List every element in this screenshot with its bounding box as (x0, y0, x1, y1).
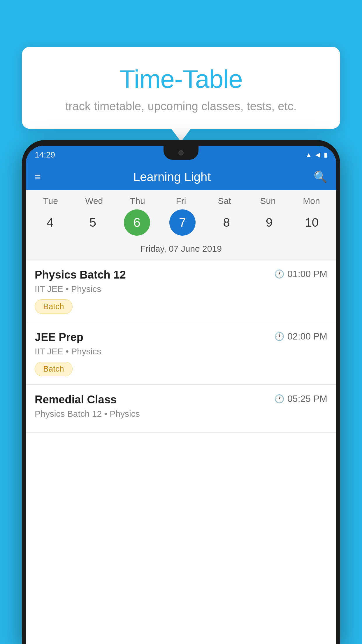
schedule-item-title: Physics Batch 12 (35, 269, 126, 281)
day-num-5[interactable]: 5 (81, 211, 104, 234)
status-bar: 14:29 ▲ ◀ ▮ (26, 146, 336, 164)
day-header-mon: Mon (294, 196, 329, 206)
schedule-item-subtitle: IIT JEE • Physics (35, 284, 327, 294)
day-num-4[interactable]: 4 (38, 211, 62, 234)
schedule-item-title: JEE Prep (35, 331, 83, 344)
schedule-item-header: JEE Prep🕐 02:00 PM (35, 331, 327, 344)
clock-icon: 🕐 (274, 332, 284, 341)
day-numbers: 45678910 (26, 209, 336, 242)
day-headers: TueWedThuFriSatSunMon (26, 196, 336, 209)
schedule-item-time: 🕐 02:00 PM (274, 331, 327, 342)
schedule-item-subtitle: IIT JEE • Physics (35, 346, 327, 356)
app-bar: ≡ Learning Light 🔍 (26, 164, 336, 190)
schedule-item-time: 🕐 01:00 PM (274, 269, 327, 279)
notch (164, 146, 198, 160)
batch-tag: Batch (35, 299, 73, 314)
day-header-tue: Tue (33, 196, 68, 206)
schedule-item-header: Remedial Class🕐 05:25 PM (35, 393, 327, 406)
schedule-item[interactable]: Physics Batch 12🕐 01:00 PMIIT JEE • Phys… (26, 260, 336, 322)
schedule-item-time: 🕐 05:25 PM (274, 393, 327, 404)
app-title: Learning Light (50, 170, 294, 184)
tooltip-title: Time-Table (39, 64, 323, 94)
day-num-6[interactable]: 6 (124, 209, 150, 236)
clock-icon: 🕐 (274, 269, 284, 279)
status-icons: ▲ ◀ ▮ (305, 151, 327, 159)
day-header-wed: Wed (77, 196, 112, 206)
schedule-item[interactable]: JEE Prep🕐 02:00 PMIIT JEE • PhysicsBatch (26, 322, 336, 385)
tooltip-subtitle: track timetable, upcoming classes, tests… (39, 100, 323, 113)
day-header-sat: Sat (207, 196, 242, 206)
day-header-fri: Fri (164, 196, 198, 206)
signal-icon: ◀ (315, 151, 320, 159)
day-num-7[interactable]: 7 (169, 209, 196, 236)
battery-icon: ▮ (324, 151, 327, 159)
day-num-10[interactable]: 10 (300, 211, 324, 234)
status-time: 14:29 (35, 150, 55, 160)
batch-tag: Batch (35, 362, 73, 376)
clock-icon: 🕐 (274, 394, 284, 404)
schedule-item-title: Remedial Class (35, 393, 117, 406)
hamburger-icon[interactable]: ≡ (35, 171, 41, 183)
schedule-item-header: Physics Batch 12🕐 01:00 PM (35, 269, 327, 281)
day-num-9[interactable]: 9 (258, 211, 281, 234)
phone-inner: 14:29 ▲ ◀ ▮ ≡ Learning Light 🔍 TueWedThu… (26, 146, 336, 644)
camera-dot (178, 150, 184, 155)
wifi-icon: ▲ (305, 151, 312, 159)
day-header-sun: Sun (250, 196, 285, 206)
selected-date: Friday, 07 June 2019 (26, 242, 336, 260)
phone-frame: 14:29 ▲ ◀ ▮ ≡ Learning Light 🔍 TueWedThu… (22, 140, 340, 644)
calendar-strip: TueWedThuFriSatSunMon 45678910 Friday, 0… (26, 190, 336, 260)
day-num-8[interactable]: 8 (215, 211, 238, 234)
schedule-item[interactable]: Remedial Class🕐 05:25 PMPhysics Batch 12… (26, 385, 336, 433)
tooltip-card: Time-Table track timetable, upcoming cla… (22, 47, 340, 129)
day-header-thu: Thu (120, 196, 155, 206)
search-icon[interactable]: 🔍 (314, 171, 327, 183)
schedule-item-subtitle: Physics Batch 12 • Physics (35, 409, 327, 419)
schedule-container: Physics Batch 12🕐 01:00 PMIIT JEE • Phys… (26, 260, 336, 644)
